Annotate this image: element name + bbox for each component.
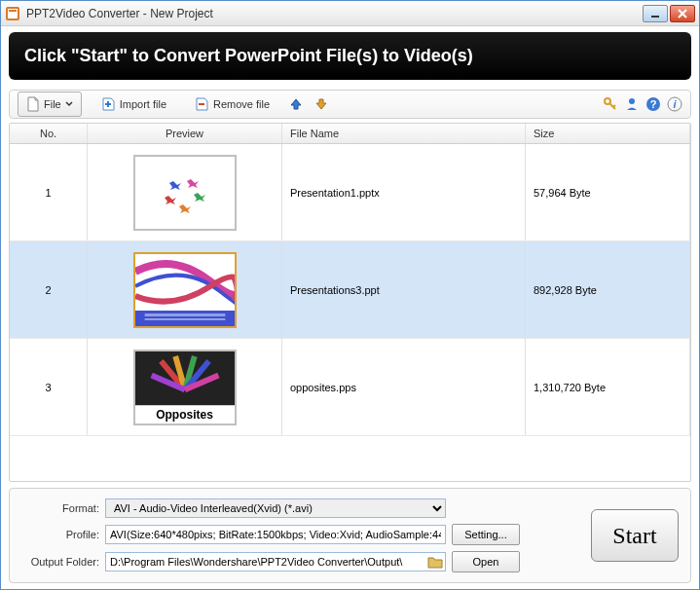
col-header-size[interactable]: Size [526, 124, 690, 143]
chevron-down-icon [65, 101, 73, 107]
import-file-button[interactable]: Import file [92, 92, 175, 117]
banner: Click "Start" to Convert PowerPoint File… [9, 32, 691, 80]
file-table: No. Preview File Name Size 1 [9, 123, 691, 482]
svg-rect-14 [133, 351, 235, 405]
open-button[interactable]: Open [452, 551, 520, 572]
file-icon [26, 96, 40, 112]
start-button[interactable]: Start [591, 509, 679, 562]
bottom-panel: Format: AVI - Audio-Video Interleaved(Xv… [9, 488, 691, 583]
app-icon [5, 6, 20, 21]
svg-point-5 [629, 98, 635, 104]
folder-icon[interactable] [427, 554, 443, 570]
table-header: No. Preview File Name Size [10, 124, 690, 144]
svg-text:i: i [673, 98, 677, 110]
table-row[interactable]: 3 [10, 339, 690, 436]
col-header-preview[interactable]: Preview [88, 124, 282, 143]
content-area: Click "Start" to Convert PowerPoint File… [1, 26, 699, 589]
thumbnail [133, 252, 237, 328]
app-window: PPT2Video Converter - New Project Click … [0, 0, 700, 590]
profile-input[interactable] [105, 525, 446, 544]
output-folder-input[interactable] [105, 552, 446, 572]
help-icon[interactable]: ? [645, 96, 661, 112]
minimize-button[interactable] [643, 5, 668, 22]
toolbar: File Import file Remove file ? i [9, 90, 691, 119]
svg-rect-13 [144, 318, 225, 320]
thumbnail [133, 155, 237, 231]
remove-icon [194, 96, 209, 112]
col-header-filename[interactable]: File Name [282, 124, 526, 143]
move-up-icon[interactable] [288, 96, 304, 112]
titlebar[interactable]: PPT2Video Converter - New Project [1, 1, 699, 26]
col-header-no[interactable]: No. [10, 124, 88, 143]
user-icon[interactable] [624, 96, 640, 112]
remove-file-button[interactable]: Remove file [185, 92, 278, 117]
close-button[interactable] [670, 5, 695, 22]
move-down-icon[interactable] [313, 96, 329, 112]
output-folder-label: Output Folder: [21, 556, 99, 568]
svg-rect-12 [144, 313, 225, 316]
table-row[interactable]: 1 Presentation1.pptx 57,964 Byte [10, 144, 690, 241]
info-icon[interactable]: i [667, 96, 682, 112]
setting-button[interactable]: Setting... [452, 524, 520, 545]
profile-label: Profile: [21, 529, 99, 540]
window-title: PPT2Video Converter - New Project [26, 7, 643, 20]
format-select[interactable]: AVI - Audio-Video Interleaved(Xvid) (*.a… [105, 498, 446, 518]
table-row[interactable]: 2 Presentations3.ppt [10, 241, 690, 339]
svg-text:?: ? [650, 98, 657, 110]
file-menu-button[interactable]: File [18, 92, 82, 117]
format-label: Format: [21, 502, 99, 514]
svg-rect-2 [9, 10, 17, 12]
thumbnail: Opposites [133, 350, 237, 425]
banner-heading: Click "Start" to Convert PowerPoint File… [24, 46, 676, 66]
key-icon[interactable] [603, 96, 618, 112]
import-icon [100, 96, 116, 112]
